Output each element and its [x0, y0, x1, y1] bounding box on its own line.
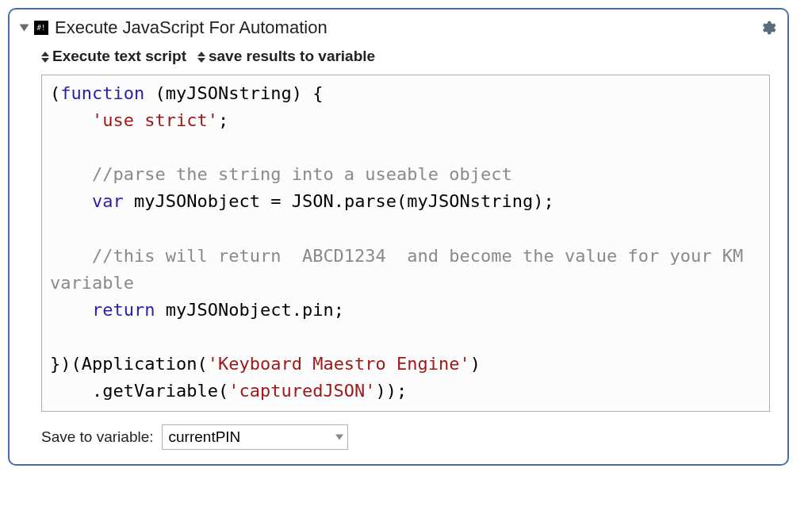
script-editor[interactable]: (function (myJSONstring) { 'use strict';…	[41, 75, 770, 412]
save-to-variable-row: Save to variable:	[41, 424, 776, 450]
action-header: Execute JavaScript For Automation	[21, 17, 776, 38]
chevron-down-icon[interactable]	[335, 435, 343, 440]
output-mode-label: save results to variable	[209, 48, 375, 64]
execute-mode-select[interactable]: Execute text script	[41, 48, 186, 65]
output-mode-select[interactable]: save results to variable	[197, 48, 375, 65]
variable-name-input[interactable]	[162, 424, 348, 450]
options-row: Execute text script save results to vari…	[41, 48, 776, 65]
stepper-icon	[41, 52, 49, 63]
script-app-icon	[34, 21, 48, 35]
gear-icon[interactable]	[759, 19, 776, 36]
variable-name-field[interactable]	[162, 424, 348, 450]
action-panel: Execute JavaScript For Automation Execut…	[8, 8, 789, 466]
action-title: Execute JavaScript For Automation	[55, 17, 753, 38]
disclosure-triangle-icon[interactable]	[20, 25, 29, 32]
save-to-variable-label: Save to variable:	[41, 428, 154, 446]
stepper-icon	[197, 52, 205, 63]
execute-mode-label: Execute text script	[52, 48, 186, 64]
